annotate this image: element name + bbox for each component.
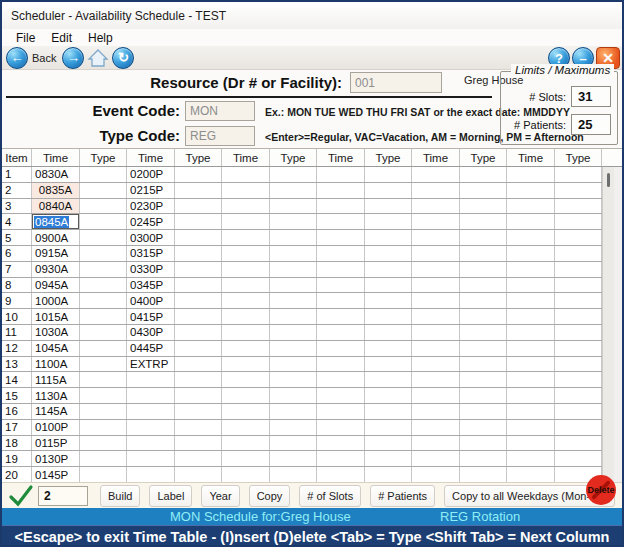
- time-cell[interactable]: [507, 293, 555, 308]
- time-cell[interactable]: [507, 357, 555, 372]
- type-cell[interactable]: [460, 467, 507, 482]
- time-cell[interactable]: 0345P: [127, 278, 175, 293]
- type-cell[interactable]: [175, 278, 222, 293]
- type-cell[interactable]: [175, 436, 222, 451]
- time-cell[interactable]: 0315P: [127, 246, 175, 261]
- type-cell[interactable]: [460, 357, 507, 372]
- type-cell[interactable]: [555, 278, 602, 293]
- time-cell[interactable]: [222, 325, 270, 340]
- time-cell[interactable]: [317, 309, 365, 324]
- type-cell[interactable]: [270, 420, 317, 435]
- type-cell[interactable]: [365, 199, 412, 214]
- type-cell[interactable]: [80, 357, 127, 372]
- time-cell[interactable]: [222, 293, 270, 308]
- time-cell[interactable]: [127, 404, 175, 419]
- type-cell[interactable]: [270, 372, 317, 387]
- time-cell[interactable]: [507, 214, 555, 229]
- type-cell[interactable]: [555, 420, 602, 435]
- type-cell[interactable]: [555, 372, 602, 387]
- time-cell[interactable]: [412, 451, 460, 466]
- type-cell[interactable]: [460, 436, 507, 451]
- num-slots-button[interactable]: # of Slots: [299, 485, 361, 507]
- time-cell[interactable]: [317, 230, 365, 245]
- type-cell[interactable]: [175, 451, 222, 466]
- type-cell[interactable]: [555, 436, 602, 451]
- type-cell[interactable]: [555, 293, 602, 308]
- type-cell[interactable]: [175, 183, 222, 198]
- type-cell[interactable]: [270, 262, 317, 277]
- time-cell[interactable]: 1130A: [32, 388, 80, 403]
- time-cell[interactable]: [412, 278, 460, 293]
- time-cell[interactable]: [317, 262, 365, 277]
- type-cell[interactable]: [460, 183, 507, 198]
- type-cell[interactable]: [365, 167, 412, 182]
- type-cell[interactable]: [175, 420, 222, 435]
- time-cell[interactable]: 0300P: [127, 230, 175, 245]
- type-cell[interactable]: [555, 341, 602, 356]
- time-cell[interactable]: [507, 325, 555, 340]
- time-cell[interactable]: [127, 467, 175, 482]
- type-cell[interactable]: [80, 372, 127, 387]
- type-cell[interactable]: [270, 183, 317, 198]
- time-cell[interactable]: 0245P: [127, 214, 175, 229]
- time-cell[interactable]: [317, 372, 365, 387]
- type-cell[interactable]: [365, 325, 412, 340]
- time-cell[interactable]: [222, 246, 270, 261]
- type-cell[interactable]: [80, 341, 127, 356]
- time-cell[interactable]: [412, 325, 460, 340]
- type-cell[interactable]: [80, 420, 127, 435]
- type-cell[interactable]: [555, 214, 602, 229]
- time-cell[interactable]: 0915A: [32, 246, 80, 261]
- time-cell[interactable]: [317, 278, 365, 293]
- time-cell[interactable]: [222, 467, 270, 482]
- type-cell[interactable]: [80, 404, 127, 419]
- time-cell[interactable]: [222, 167, 270, 182]
- patients-input[interactable]: [571, 114, 611, 135]
- type-cell[interactable]: [80, 199, 127, 214]
- time-cell[interactable]: [507, 183, 555, 198]
- time-cell[interactable]: [507, 436, 555, 451]
- type-cell[interactable]: [175, 230, 222, 245]
- time-cell[interactable]: 0200P: [127, 167, 175, 182]
- type-cell[interactable]: [365, 262, 412, 277]
- time-cell[interactable]: [317, 451, 365, 466]
- menu-edit[interactable]: Edit: [43, 31, 80, 45]
- time-cell[interactable]: [222, 404, 270, 419]
- time-cell[interactable]: [412, 357, 460, 372]
- confirm-check-icon[interactable]: [8, 484, 34, 508]
- type-cell[interactable]: [270, 467, 317, 482]
- type-cell[interactable]: [555, 388, 602, 403]
- time-cell[interactable]: [317, 436, 365, 451]
- scrollbar-thumb[interactable]: [607, 173, 610, 187]
- type-cell[interactable]: [555, 167, 602, 182]
- time-cell[interactable]: [412, 372, 460, 387]
- slots-input[interactable]: [571, 86, 611, 107]
- time-cell[interactable]: 0840A: [32, 199, 80, 214]
- type-cell[interactable]: [365, 372, 412, 387]
- type-cell[interactable]: [175, 467, 222, 482]
- type-cell[interactable]: [80, 167, 127, 182]
- type-cell[interactable]: [80, 451, 127, 466]
- counter-input[interactable]: [38, 486, 88, 506]
- time-cell[interactable]: [412, 404, 460, 419]
- type-cell[interactable]: [175, 341, 222, 356]
- type-cell[interactable]: [555, 199, 602, 214]
- time-cell[interactable]: [317, 467, 365, 482]
- time-cell[interactable]: [317, 293, 365, 308]
- vertical-scrollbar[interactable]: [602, 167, 614, 483]
- time-cell[interactable]: [317, 341, 365, 356]
- type-cell[interactable]: [175, 262, 222, 277]
- time-cell[interactable]: 1100A: [32, 357, 80, 372]
- time-cell[interactable]: [127, 420, 175, 435]
- type-cell[interactable]: [365, 341, 412, 356]
- time-cell[interactable]: [222, 388, 270, 403]
- type-cell[interactable]: [555, 451, 602, 466]
- type-cell[interactable]: [270, 293, 317, 308]
- type-cell[interactable]: [365, 451, 412, 466]
- type-cell[interactable]: [365, 388, 412, 403]
- type-cell[interactable]: [270, 167, 317, 182]
- type-cell[interactable]: [460, 278, 507, 293]
- type-cell[interactable]: [175, 388, 222, 403]
- type-cell[interactable]: [460, 199, 507, 214]
- time-cell[interactable]: [222, 309, 270, 324]
